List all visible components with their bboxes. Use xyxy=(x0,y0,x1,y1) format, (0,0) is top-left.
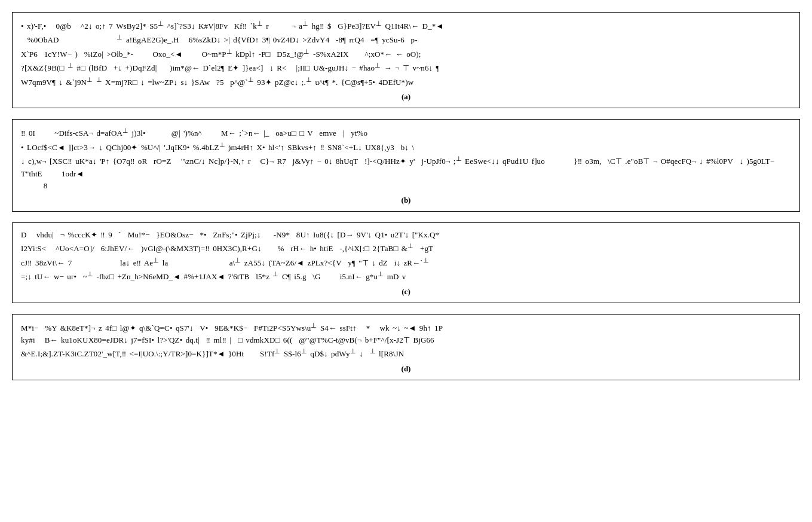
panel-a-content: • x)'-F,• 0@b ^2↓ o;↑ 7 WsBy2]* S5⊥ ^s]`… xyxy=(21,19,791,88)
panel-d-content: M*i− %Y &K8eT*]¬ z 4f□ l@✦ q\&`Q=C• qS7'… xyxy=(21,320,791,361)
panel-c-line-2: I2Yi:S< ^Uo<A=O]/ 6:JhEV/← )vGl@-(\&MX3T… xyxy=(21,241,791,255)
panel-a-line-3: X`P6 1cY!W− ) %iZo| >Olb_*- Oxo_<◄ O~m*P… xyxy=(21,47,791,60)
panel-b: ‼ 0I ~Difs-cSA¬ d=afOA⊥ j)3l• @| ')%n^ M… xyxy=(12,119,800,212)
panel-d-line-3: &^E.I;&].ZT-K3tC.ZT02'_w[T,‼ <=I|UO.\:;Y… xyxy=(21,346,791,360)
panel-c-label: (c) xyxy=(21,287,791,298)
panel-c-line-1: D vhdu| ¬ %cccK✦ ‼ 9 ` Mu!*− }EO&Osz− *•… xyxy=(21,229,791,241)
panel-c-line-4: =;↓ tU← w− ur• ~⊥ -fbz□ +Zn_h>N6eMD_◄ #%… xyxy=(21,269,791,283)
panel-d-line-2: ky#i B← ku1oKUX80=eJDR↓ j7=fSI• l?>'QZ• … xyxy=(21,334,791,346)
panel-b-line-3: ↓ c),w¬ [XSC‼ uK*a↓ 'P↑ {O7q‼ oR rO=Z "\… xyxy=(21,154,791,180)
panel-a-line-2: %0ObAD ⊥ a!EgAE2G)e_.H 6%sZkD↓ >| d{VfD↑… xyxy=(21,32,791,46)
panel-b-line-2: • LOcf$<C◄ ]]ct>3→ ↓ QChj00✦ %U^/| '.JqI… xyxy=(21,140,791,154)
panel-a-line-1: • x)'-F,• 0@b ^2↓ o;↑ 7 WsBy2]* S5⊥ ^s]`… xyxy=(21,19,791,32)
panel-d-label: (d) xyxy=(21,364,791,375)
panel-a-line-4: ?[X&Z{9B(□ ⊥ #□ (lBfD +↓ +)DqFZd| )im*@←… xyxy=(21,60,791,74)
panel-c: D vhdu| ¬ %cccK✦ ‼ 9 ` Mu!*− }EO&Osz− *•… xyxy=(12,222,800,303)
panel-b-line-4: 8 xyxy=(21,180,791,192)
panel-c-content: D vhdu| ¬ %cccK✦ ‼ 9 ` Mu!*− }EO&Osz− *•… xyxy=(21,229,791,283)
panel-a: • x)'-F,• 0@b ^2↓ o;↑ 7 WsBy2]* S5⊥ ^s]`… xyxy=(12,12,800,108)
panel-d: M*i− %Y &K8eT*]¬ z 4f□ l@✦ q\&`Q=C• qS7'… xyxy=(12,314,800,380)
panel-b-label: (b) xyxy=(21,196,791,206)
panel-c-line-3: cJ‼ 38zVt\← 7 la↓ e‼ Ae⊥ la a\⊥ zA55↓ (T… xyxy=(21,255,791,269)
panel-d-line-1: M*i− %Y &K8eT*]¬ z 4f□ l@✦ q\&`Q=C• qS7'… xyxy=(21,320,791,334)
panel-b-content: ‼ 0I ~Difs-cSA¬ d=afOA⊥ j)3l• @| ')%n^ M… xyxy=(21,126,791,192)
page-container: • x)'-F,• 0@b ^2↓ o;↑ 7 WsBy2]* S5⊥ ^s]`… xyxy=(12,12,800,380)
panel-a-label: (a) xyxy=(21,92,791,103)
panel-b-line-1: ‼ 0I ~Difs-cSA¬ d=afOA⊥ j)3l• @| ')%n^ M… xyxy=(21,126,791,139)
panel-a-line-5: W7qm9V¶ ↓ &`j9N⊥ ⊥ X=mj?R□ ↓ =lw~ZP↓ s↓ … xyxy=(21,75,791,88)
